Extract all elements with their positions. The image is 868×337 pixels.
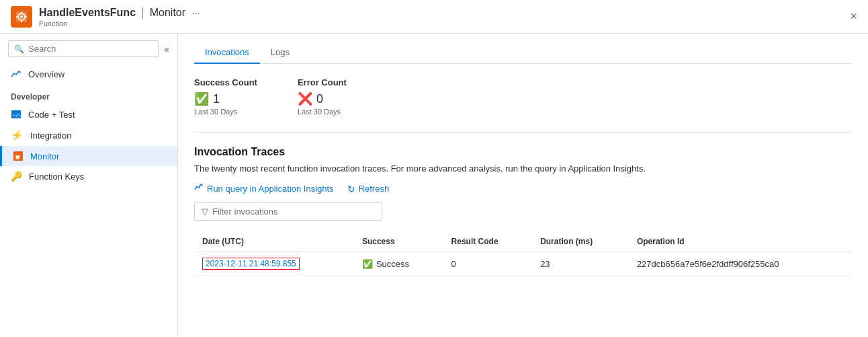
function-name: HandleEventsFunc [39, 7, 136, 19]
action-bar: Run query in Application Insights ↻ Refr… [194, 183, 852, 194]
sidebar-item-label: Monitor [30, 151, 59, 161]
sidebar-item-function-keys[interactable]: 🔑 Function Keys [0, 166, 177, 186]
success-count-block: Success Count ✅ 1 Last 30 Days [194, 77, 257, 116]
invocations-table: Date (UTC) Success Result Code Duration … [194, 233, 852, 276]
success-cell: ✅Success [354, 252, 443, 276]
developer-section-label: Developer [0, 84, 177, 104]
date-value[interactable]: 2023-12-11 21:48:59.855 [202, 258, 300, 270]
header-separator: | [141, 5, 144, 20]
svg-text:</>: </> [13, 112, 21, 118]
success-count-value: ✅ 1 [194, 91, 257, 106]
duration-cell: 23 [532, 252, 629, 276]
ellipsis-menu[interactable]: ··· [192, 7, 200, 18]
col-duration: Duration (ms) [532, 233, 629, 252]
sidebar-item-label: Code + Test [28, 110, 75, 120]
monitor-icon: ▣ [13, 151, 24, 161]
search-box[interactable]: 🔍 [8, 40, 159, 57]
function-keys-icon: 🔑 [11, 171, 22, 182]
run-query-icon [194, 183, 204, 194]
sidebar-item-monitor[interactable]: ▣ Monitor [0, 146, 177, 166]
table-row[interactable]: 2023-12-11 21:48:59.855✅Success023227dcb… [194, 252, 852, 276]
sidebar-item-label: Integration [30, 130, 71, 141]
col-success: Success [354, 233, 443, 252]
overview-icon [11, 69, 21, 79]
table-header-row: Date (UTC) Success Result Code Duration … [194, 233, 852, 252]
error-count-value: ❌ 0 [298, 91, 347, 106]
code-test-icon: </> [11, 109, 21, 120]
operation-id-cell: 227dcb656a7e5f6e2fddff906f255ca0 [629, 252, 852, 276]
success-count-sub: Last 30 Days [194, 108, 257, 116]
tab-logs[interactable]: Logs [260, 42, 300, 64]
filter-icon: ▽ [202, 207, 208, 217]
refresh-icon: ↻ [347, 184, 355, 194]
divider [194, 132, 852, 133]
success-value: Success [376, 259, 409, 269]
app-icon [11, 6, 32, 28]
sidebar: 🔍 « Overview Developer </> Code + Test ⚡… [0, 34, 178, 337]
sidebar-item-label: Function Keys [29, 172, 84, 182]
filter-input[interactable] [212, 207, 375, 217]
date-cell[interactable]: 2023-12-11 21:48:59.855 [194, 252, 354, 276]
invocation-traces-section: Invocation Traces The twenty most recent… [194, 146, 852, 276]
sidebar-item-integration[interactable]: ⚡ Integration [0, 124, 177, 146]
col-date: Date (UTC) [194, 233, 354, 252]
col-operation-id: Operation Id [629, 233, 852, 252]
tabs-bar: Invocations Logs [194, 34, 852, 64]
close-icon[interactable]: × [850, 9, 857, 24]
refresh-button[interactable]: ↻ Refresh [347, 184, 390, 194]
search-icon: 🔍 [14, 44, 24, 54]
sub-label: Function [39, 20, 200, 28]
header-title-block: HandleEventsFunc | Monitor ··· Function [39, 5, 200, 28]
main-content: Invocations Logs Success Count ✅ 1 Last … [178, 34, 868, 337]
success-check-icon: ✅ [194, 91, 209, 106]
invocation-traces-desc: The twenty most recent function invocati… [194, 163, 852, 174]
success-icon: ✅ [362, 259, 373, 269]
integration-icon: ⚡ [11, 129, 24, 141]
sidebar-item-label: Overview [28, 69, 64, 79]
result-code-cell: 0 [443, 252, 533, 276]
header: HandleEventsFunc | Monitor ··· Function … [0, 0, 868, 34]
refresh-label: Refresh [359, 184, 390, 194]
sidebar-item-overview[interactable]: Overview [0, 64, 177, 84]
tab-invocations[interactable]: Invocations [194, 42, 260, 64]
search-input[interactable] [28, 44, 153, 54]
collapse-icon[interactable]: « [164, 44, 169, 54]
col-result-code: Result Code [443, 233, 533, 252]
stats-row: Success Count ✅ 1 Last 30 Days Error Cou… [194, 77, 852, 116]
run-query-button[interactable]: Run query in Application Insights [194, 183, 334, 194]
page-title: Monitor [150, 7, 185, 19]
filter-box[interactable]: ▽ [194, 202, 382, 221]
svg-point-2 [20, 15, 23, 18]
run-query-label: Run query in Application Insights [207, 184, 334, 194]
sidebar-item-code-test[interactable]: </> Code + Test [0, 104, 177, 124]
svg-text:▣: ▣ [15, 153, 21, 160]
error-circle-icon: ❌ [298, 91, 312, 106]
success-count-label: Success Count [194, 77, 257, 87]
error-count-block: Error Count ❌ 0 Last 30 Days [298, 77, 347, 116]
error-count-sub: Last 30 Days [298, 108, 347, 116]
invocation-traces-title: Invocation Traces [194, 146, 852, 158]
error-count-label: Error Count [298, 77, 347, 87]
